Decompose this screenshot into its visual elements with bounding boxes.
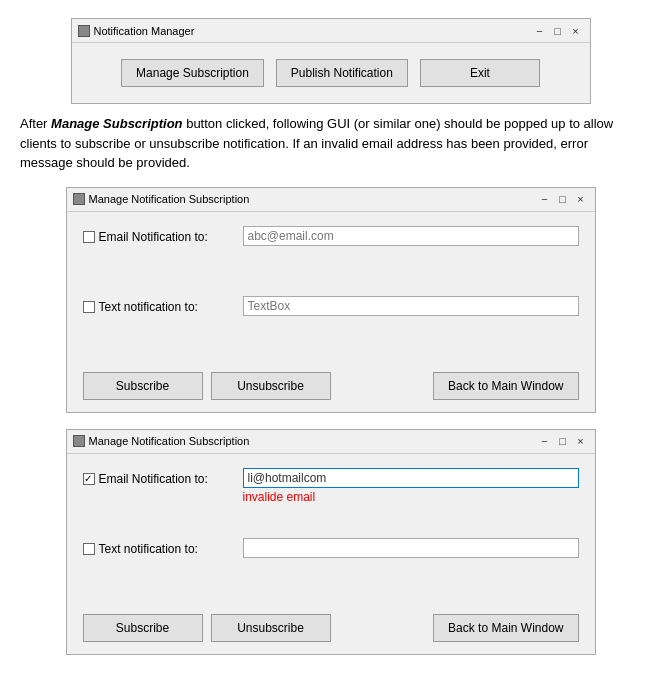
sub1-email-input[interactable]: [243, 226, 579, 246]
sub1-text-label-container: Text notification to:: [83, 296, 243, 314]
sub2-email-label: Email Notification to:: [99, 472, 208, 486]
subscription-window-1: Manage Notification Subscription − □ × E…: [66, 187, 596, 413]
sub1-text-row: Text notification to:: [83, 296, 579, 336]
sub1-titlebar-left: Manage Notification Subscription: [73, 193, 250, 205]
sub2-footer-spacer: [339, 614, 426, 642]
sub2-footer: Subscribe Unsubscribe Back to Main Windo…: [67, 606, 595, 654]
sub2-controls: − □ ×: [537, 433, 589, 449]
sub1-close-button[interactable]: ×: [573, 191, 589, 207]
sub2-email-input[interactable]: [243, 468, 579, 488]
sub2-text-row: Text notification to:: [83, 538, 579, 578]
description-prefix: After: [20, 116, 51, 131]
sub1-email-label-container: Email Notification to:: [83, 226, 243, 244]
sub2-body: Email Notification to: invalide email Te…: [67, 454, 595, 606]
sub2-email-input-wrapper: invalide email: [243, 468, 579, 504]
app-icon: [78, 25, 90, 37]
subscription-window-2: Manage Notification Subscription − □ × E…: [66, 429, 596, 655]
sub2-error-message: invalide email: [243, 490, 579, 504]
minimize-button[interactable]: −: [532, 23, 548, 39]
sub1-email-label: Email Notification to:: [99, 230, 208, 244]
sub2-back-button[interactable]: Back to Main Window: [433, 614, 578, 642]
sub2-title: Manage Notification Subscription: [89, 435, 250, 447]
sub2-titlebar: Manage Notification Subscription − □ ×: [67, 430, 595, 454]
sub1-body: Email Notification to: Text notification…: [67, 212, 595, 364]
sub2-email-label-container: Email Notification to:: [83, 468, 243, 486]
sub2-maximize-button[interactable]: □: [555, 433, 571, 449]
main-window-title: Notification Manager: [94, 25, 195, 37]
sub1-email-input-wrapper: [243, 226, 579, 246]
publish-notification-button[interactable]: Publish Notification: [276, 59, 408, 87]
sub2-close-button[interactable]: ×: [573, 433, 589, 449]
sub1-email-row: Email Notification to:: [83, 226, 579, 266]
sub2-text-input-wrapper: [243, 538, 579, 558]
sub1-footer: Subscribe Unsubscribe Back to Main Windo…: [67, 364, 595, 412]
window-controls: − □ ×: [532, 23, 584, 39]
sub1-spacer: [83, 280, 579, 296]
sub2-titlebar-left: Manage Notification Subscription: [73, 435, 250, 447]
sub1-text-checkbox[interactable]: [83, 301, 95, 313]
sub2-text-input[interactable]: [243, 538, 579, 558]
sub1-maximize-button[interactable]: □: [555, 191, 571, 207]
sub1-text-label: Text notification to:: [99, 300, 198, 314]
sub2-subscribe-button[interactable]: Subscribe: [83, 614, 203, 642]
sub2-email-row: Email Notification to: invalide email: [83, 468, 579, 508]
sub1-title: Manage Notification Subscription: [89, 193, 250, 205]
sub1-text-input-wrapper: [243, 296, 579, 316]
main-window: Notification Manager − □ × Manage Subscr…: [71, 18, 591, 104]
sub2-app-icon: [73, 435, 85, 447]
exit-button[interactable]: Exit: [420, 59, 540, 87]
sub1-titlebar: Manage Notification Subscription − □ ×: [67, 188, 595, 212]
sub1-app-icon: [73, 193, 85, 205]
titlebar-left: Notification Manager: [78, 25, 195, 37]
sub1-minimize-button[interactable]: −: [537, 191, 553, 207]
sub2-minimize-button[interactable]: −: [537, 433, 553, 449]
description-text: After Manage Subscription button clicked…: [20, 114, 641, 173]
sub1-back-button[interactable]: Back to Main Window: [433, 372, 578, 400]
sub2-text-label: Text notification to:: [99, 542, 198, 556]
sub1-unsubscribe-button[interactable]: Unsubscribe: [211, 372, 331, 400]
main-window-body: Manage Subscription Publish Notification…: [72, 43, 590, 103]
sub2-spacer: [83, 522, 579, 538]
sub2-text-label-container: Text notification to:: [83, 538, 243, 556]
sub1-footer-spacer: [339, 372, 426, 400]
sub1-text-input[interactable]: [243, 296, 579, 316]
sub2-email-checkbox[interactable]: [83, 473, 95, 485]
sub1-email-checkbox[interactable]: [83, 231, 95, 243]
manage-subscription-button[interactable]: Manage Subscription: [121, 59, 264, 87]
sub1-subscribe-button[interactable]: Subscribe: [83, 372, 203, 400]
sub1-controls: − □ ×: [537, 191, 589, 207]
close-button[interactable]: ×: [568, 23, 584, 39]
sub2-unsubscribe-button[interactable]: Unsubscribe: [211, 614, 331, 642]
description-bold: Manage Subscription: [51, 116, 182, 131]
sub2-text-checkbox[interactable]: [83, 543, 95, 555]
main-window-titlebar: Notification Manager − □ ×: [72, 19, 590, 43]
maximize-button[interactable]: □: [550, 23, 566, 39]
